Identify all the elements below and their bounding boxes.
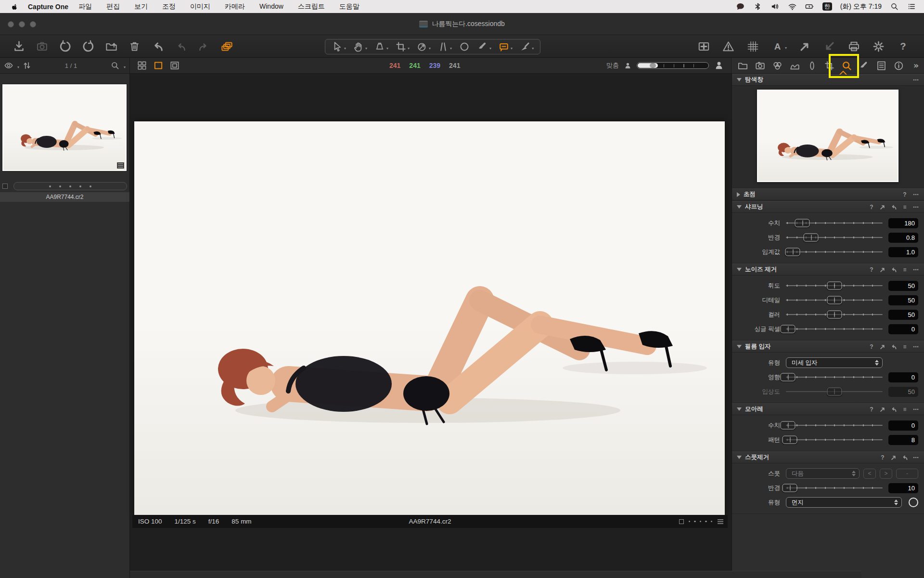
- camera-tab-tab[interactable]: [752, 58, 768, 73]
- menu-item-2[interactable]: 보기: [127, 2, 155, 11]
- slider-knob[interactable]: [783, 436, 797, 444]
- presets-icon[interactable]: ≡: [901, 204, 908, 210]
- annotation-tool[interactable]: ▾: [496, 39, 515, 54]
- section-header-moire[interactable]: 모아레?≡⋯: [732, 403, 924, 415]
- value-box[interactable]: 0.8: [888, 233, 918, 243]
- more-icon[interactable]: ⋯: [912, 191, 919, 198]
- letter-a-button[interactable]: A▾: [771, 40, 787, 53]
- slider-knob[interactable]: [827, 282, 842, 290]
- slider-track[interactable]: [786, 233, 883, 242]
- section-header-sharpening[interactable]: 샤프닝?≡⋯: [732, 201, 924, 213]
- copy-icon[interactable]: [879, 266, 886, 273]
- browser-thumbnail[interactable]: [2, 84, 127, 171]
- zoom-slider[interactable]: [637, 62, 709, 69]
- help-icon[interactable]: ?: [901, 191, 908, 198]
- rating-dots-small[interactable]: [689, 521, 713, 523]
- select-checkbox[interactable]: [2, 184, 8, 189]
- section-header-film-grain[interactable]: 필름 입자?≡⋯: [732, 341, 924, 353]
- slider-knob[interactable]: [781, 373, 796, 381]
- film-grain-select[interactable]: 미세 입자: [786, 357, 883, 368]
- more-icon[interactable]: ⋯: [912, 343, 919, 350]
- bluetooth-icon[interactable]: [753, 2, 762, 11]
- more-icon[interactable]: ⋯: [912, 406, 919, 413]
- menu-list-icon[interactable]: [907, 2, 916, 11]
- section-header-noise-reduction[interactable]: 노이즈 제거?≡⋯: [732, 263, 924, 276]
- close-window-button[interactable]: [8, 21, 14, 27]
- section-header-focus[interactable]: 초점?⋯: [732, 188, 924, 200]
- undo-bold-icon[interactable]: [151, 40, 164, 53]
- wifi-icon[interactable]: [788, 2, 797, 11]
- app-menu-title[interactable]: Capture One: [28, 3, 68, 11]
- cursor-tool[interactable]: ▾: [329, 39, 348, 54]
- presets-icon[interactable]: ≡: [901, 343, 908, 350]
- warning-button[interactable]: [722, 40, 735, 53]
- slider-knob[interactable]: [827, 296, 842, 304]
- info-tab[interactable]: [890, 58, 907, 73]
- slider-knob[interactable]: [781, 325, 796, 333]
- fill-arrow-tool[interactable]: ▾: [517, 39, 536, 54]
- zoom-window-button[interactable]: [30, 21, 36, 27]
- value-box[interactable]: 50: [888, 295, 918, 305]
- circle-tool-tool[interactable]: [456, 39, 473, 54]
- slider-track[interactable]: [786, 281, 883, 290]
- layout-button[interactable]: [697, 40, 710, 53]
- single-icon[interactable]: [153, 60, 164, 71]
- reset-icon[interactable]: [890, 406, 897, 413]
- orientation-tool[interactable]: ▾: [414, 39, 433, 54]
- rotate-cw-icon[interactable]: [82, 40, 95, 53]
- spot-removal-select[interactable]: 먼지: [786, 497, 902, 508]
- next-spot-button[interactable]: >: [880, 469, 892, 479]
- gear-button[interactable]: [872, 40, 885, 53]
- import-icon[interactable]: [13, 40, 26, 53]
- grid4-icon[interactable]: [137, 60, 147, 71]
- more-icon[interactable]: ⋯: [912, 454, 919, 461]
- copy-icon[interactable]: [879, 343, 886, 350]
- fit-label[interactable]: 맞춤: [606, 61, 619, 70]
- help-icon[interactable]: ?: [868, 204, 875, 210]
- camera-icon[interactable]: [36, 40, 49, 53]
- loupe-tool-tool[interactable]: ▾: [372, 39, 391, 54]
- more-icon[interactable]: ⋯: [912, 204, 919, 210]
- rotate-ccw-icon[interactable]: [59, 40, 72, 53]
- proof-checkbox[interactable]: [679, 519, 684, 524]
- help-icon[interactable]: ?: [868, 343, 875, 350]
- thumbnail-variants-badge[interactable]: [117, 162, 124, 169]
- expand-triangle-icon[interactable]: [737, 345, 742, 348]
- menu-item-8[interactable]: 도움말: [332, 2, 367, 11]
- navigator-thumbnail[interactable]: [757, 90, 898, 182]
- reset-icon[interactable]: [901, 454, 908, 461]
- grid-button[interactable]: [746, 40, 759, 53]
- slider-track[interactable]: [786, 325, 883, 333]
- expand-triangle-icon[interactable]: [737, 407, 742, 411]
- battery-icon[interactable]: [805, 2, 814, 11]
- more-icon[interactable]: ⋯: [912, 77, 919, 83]
- info-list-icon[interactable]: [717, 519, 724, 525]
- zoom-in-person-icon[interactable]: [714, 60, 724, 71]
- menu-item-4[interactable]: 이미지: [183, 2, 218, 11]
- value-box[interactable]: 10: [888, 483, 918, 493]
- slider-track[interactable]: [786, 373, 883, 381]
- metadata-tab[interactable]: [873, 58, 889, 73]
- curve-tab[interactable]: [786, 58, 803, 73]
- input-source-badge[interactable]: 한: [822, 2, 832, 11]
- slider-knob[interactable]: [804, 234, 819, 242]
- eye-icon[interactable]: [4, 61, 13, 70]
- help-icon[interactable]: ?: [879, 454, 886, 461]
- menu-item-3[interactable]: 조정: [155, 2, 183, 11]
- crop-tool[interactable]: ▾: [393, 39, 412, 54]
- minimize-window-button[interactable]: [19, 21, 25, 27]
- value-box[interactable]: 0: [888, 372, 918, 382]
- slider-knob[interactable]: [827, 311, 842, 319]
- arrow-sw-button[interactable]: [823, 40, 836, 53]
- menu-item-6[interactable]: Window: [252, 2, 291, 11]
- value-box[interactable]: 180: [888, 218, 918, 228]
- menu-item-0[interactable]: 파일: [71, 2, 99, 11]
- value-box[interactable]: 0: [888, 420, 918, 431]
- arrow-ne-button[interactable]: [798, 40, 811, 53]
- slider-track[interactable]: [786, 310, 883, 319]
- copy-icon[interactable]: [879, 204, 886, 210]
- copy-icon[interactable]: [879, 406, 886, 413]
- zoom-out-person-icon[interactable]: [624, 62, 632, 70]
- expand-triangle-icon[interactable]: [737, 456, 742, 459]
- reset-icon[interactable]: [890, 204, 897, 210]
